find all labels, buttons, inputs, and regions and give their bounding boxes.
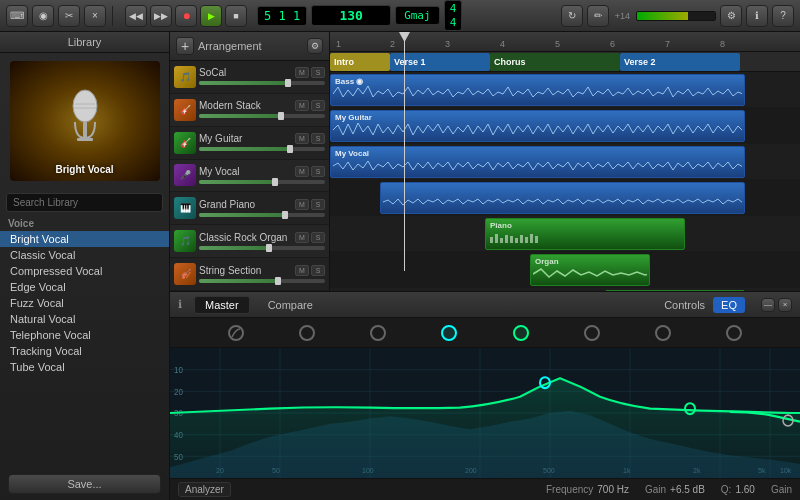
svg-rect-9 <box>510 236 513 243</box>
library-item[interactable]: Classic Vocal <box>0 247 169 263</box>
toolbar-settings[interactable]: ⚙ <box>720 5 742 27</box>
track-mute-button[interactable]: M <box>295 232 309 243</box>
track-solo-button[interactable]: S <box>311 199 325 210</box>
eq-band-1[interactable] <box>299 325 315 341</box>
library-item[interactable]: Natural Vocal <box>0 311 169 327</box>
eq-band-highcut[interactable] <box>726 325 742 341</box>
track-solo-button[interactable]: S <box>311 265 325 276</box>
clip-organ[interactable]: Organ <box>530 254 650 286</box>
section-verse1[interactable]: Verse 1 <box>390 53 490 71</box>
track-mute-button[interactable]: M <box>295 100 309 111</box>
waveform-organ <box>531 263 649 285</box>
track-fader[interactable] <box>199 246 325 250</box>
library-item[interactable]: Tracking Vocal <box>0 343 169 359</box>
frequency-display: Frequency 700 Hz <box>546 484 629 495</box>
track-solo-button[interactable]: S <box>311 100 325 111</box>
compare-tab[interactable]: Compare <box>258 297 323 313</box>
eq-band-3[interactable] <box>441 325 457 341</box>
record-button[interactable]: ⏺ <box>175 5 197 27</box>
track-mute-button[interactable]: M <box>295 133 309 144</box>
play-button[interactable]: ▶ <box>200 5 222 27</box>
track-icon-organ: 🎵 <box>174 230 196 252</box>
clip-piano[interactable]: Piano <box>485 218 685 250</box>
track-solo-button[interactable]: S <box>311 133 325 144</box>
toolbar-btn-4[interactable]: × <box>84 5 106 27</box>
tick-4: 4 <box>500 39 505 49</box>
track-mute-button[interactable]: M <box>295 166 309 177</box>
master-tab[interactable]: Master <box>194 296 250 314</box>
section-verse2[interactable]: Verse 2 <box>620 53 740 71</box>
eq-canvas[interactable]: 10 20 30 40 50 20 50 100 200 500 1k 2k <box>170 348 800 478</box>
track-list: + Arrangement ⚙ 🎵 SoCal M S <box>170 32 330 291</box>
clip-myguitar[interactable]: My Guitar <box>330 110 745 142</box>
waveform-bass <box>331 83 744 105</box>
track-mute-button[interactable]: M <box>295 67 309 78</box>
eq-band-lowcut[interactable] <box>228 325 244 341</box>
track-mute-button[interactable]: M <box>295 265 309 276</box>
add-track-button[interactable]: + <box>176 37 194 55</box>
track-row: 🎻 String Section M S <box>170 258 329 291</box>
track-solo-button[interactable]: S <box>311 67 325 78</box>
forward-button[interactable]: ▶▶ <box>150 5 172 27</box>
save-button[interactable]: Save... <box>8 474 161 494</box>
waveform-svg-4 <box>383 191 742 213</box>
toolbar-btn-2[interactable]: ◉ <box>32 5 54 27</box>
clip-vocal[interactable] <box>380 182 745 214</box>
arrangement-settings[interactable]: ⚙ <box>307 38 323 54</box>
track-fader[interactable] <box>199 81 325 85</box>
toolbar-btn-1[interactable]: ⌨ <box>6 5 28 27</box>
eq-tab-active[interactable]: EQ <box>713 297 745 313</box>
clip-strings[interactable]: Strings <box>605 290 745 291</box>
track-fader[interactable] <box>199 114 325 118</box>
arrange-view: 1 2 3 4 5 6 7 8 Intro Verse 1 Chorus <box>330 32 800 291</box>
library-item[interactable]: Fuzz Vocal <box>0 295 169 311</box>
waveform-svg-5 <box>488 229 682 247</box>
track-row: 🎤 My Vocal M S <box>170 160 329 193</box>
clip-bass[interactable]: Bass ◉ <box>330 74 745 106</box>
toolbar-loop[interactable]: ↻ <box>561 5 583 27</box>
track-controls: My Vocal M S <box>199 166 325 185</box>
tick-7: 7 <box>665 39 670 49</box>
frequency-label: Frequency <box>546 484 593 495</box>
library-item[interactable]: Telephone Vocal <box>0 327 169 343</box>
svg-rect-8 <box>505 235 508 243</box>
toolbar-btn-3[interactable]: ✂ <box>58 5 80 27</box>
clip-guitar2[interactable]: My Vocal <box>330 146 745 178</box>
library-search-input[interactable] <box>6 193 163 212</box>
toolbar-pencil[interactable]: ✏ <box>587 5 609 27</box>
track-fader[interactable] <box>199 180 325 184</box>
track-solo-button[interactable]: S <box>311 232 325 243</box>
toolbar-help[interactable]: ? <box>772 5 794 27</box>
track-solo-button[interactable]: S <box>311 166 325 177</box>
svg-rect-11 <box>520 235 523 243</box>
gain-display: Gain +6.5 dB <box>645 484 705 495</box>
library-item[interactable]: Tube Vocal <box>0 359 169 375</box>
eq-band-4[interactable] <box>513 325 529 341</box>
eq-band-5[interactable] <box>584 325 600 341</box>
track-fader[interactable] <box>199 147 325 151</box>
svg-text:10: 10 <box>174 365 183 375</box>
library-item[interactable]: Edge Vocal <box>0 279 169 295</box>
section-chorus[interactable]: Chorus <box>490 53 620 71</box>
toolbar-info[interactable]: ℹ <box>746 5 768 27</box>
svg-rect-13 <box>530 234 533 243</box>
track-name: My Guitar <box>199 133 293 144</box>
track-mute-button[interactable]: M <box>295 199 309 210</box>
arrangement-label: Arrangement <box>198 40 303 52</box>
library-item[interactable]: Bright Vocal <box>0 231 169 247</box>
stop-button[interactable]: ■ <box>225 5 247 27</box>
track-controls: Grand Piano M S <box>199 199 325 218</box>
track-fader[interactable] <box>199 213 325 217</box>
eq-band-6[interactable] <box>655 325 671 341</box>
eq-band-2[interactable] <box>370 325 386 341</box>
track-fader[interactable] <box>199 279 325 283</box>
playhead-arrow <box>399 32 410 42</box>
eq-footer: Analyzer Frequency 700 Hz Gain +6.5 dB Q… <box>170 478 800 500</box>
eq-close[interactable]: × <box>778 298 792 312</box>
library-thumbnail: Bright Vocal <box>10 61 160 181</box>
rewind-button[interactable]: ◀◀ <box>125 5 147 27</box>
analyzer-button[interactable]: Analyzer <box>178 482 231 497</box>
library-item[interactable]: Compressed Vocal <box>0 263 169 279</box>
section-intro[interactable]: Intro <box>330 53 390 71</box>
eq-minimize[interactable]: — <box>761 298 775 312</box>
